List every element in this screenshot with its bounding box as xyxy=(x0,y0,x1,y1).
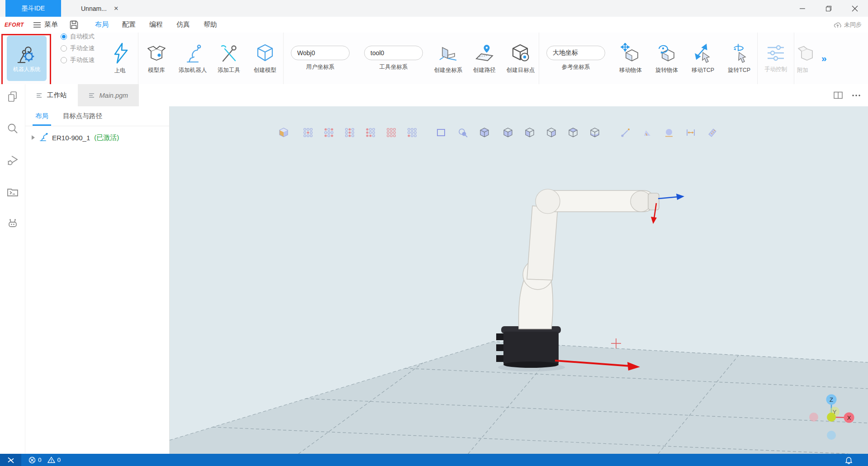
tab-workstation[interactable]: 工作站 xyxy=(25,84,78,106)
sync-status[interactable]: 未同步 xyxy=(834,21,862,29)
model-cube-icon[interactable] xyxy=(278,127,289,138)
radio-dot xyxy=(61,45,67,52)
search-button[interactable] xyxy=(5,120,21,137)
create-target-button[interactable]: 创建目标点 xyxy=(503,33,539,84)
robot-panel-button[interactable] xyxy=(5,215,21,232)
menu-tab-layout[interactable]: 布局 xyxy=(88,20,115,29)
reference-coordsys-input[interactable] xyxy=(546,46,605,60)
radio-manual-low-speed[interactable]: 手动低速 xyxy=(61,56,95,64)
menu-tab-config[interactable]: 配置 xyxy=(115,20,142,29)
menu-tab-simulation[interactable]: 仿真 xyxy=(170,20,197,29)
run-debug-icon xyxy=(6,154,19,166)
radio-dot xyxy=(61,57,67,63)
list-icon xyxy=(36,93,43,98)
problems-summary[interactable]: 0 0 xyxy=(28,456,64,464)
run-debug-button[interactable] xyxy=(5,152,21,168)
application-window: 墨斗IDE Unnam... × EFORT 菜单 布局 配置 编 xyxy=(0,0,868,466)
manual-control-button[interactable]: 手动控制 xyxy=(758,33,794,84)
model-library-icon xyxy=(147,43,166,64)
solid-cube-select-icon[interactable] xyxy=(479,127,490,138)
tab-close-icon[interactable]: × xyxy=(114,5,119,12)
view-face-right-icon[interactable] xyxy=(546,127,557,138)
menu-tab-programming[interactable]: 编程 xyxy=(142,20,170,29)
rotate-tcp-button[interactable]: 旋转TCP xyxy=(721,33,757,84)
snap-mode-6-icon[interactable] xyxy=(407,127,417,138)
gizmo-x-negative[interactable] xyxy=(809,413,818,422)
status-bar: 0 0 xyxy=(0,454,868,466)
create-path-icon xyxy=(474,43,494,64)
attach-button[interactable]: 附加 xyxy=(794,33,818,84)
create-path-button[interactable]: 创建路径 xyxy=(466,33,503,84)
rotate-object-button[interactable]: 旋转物体 xyxy=(649,33,685,84)
app-tab[interactable]: 墨斗IDE xyxy=(5,0,61,17)
minimize-icon xyxy=(799,5,806,12)
split-view-button[interactable] xyxy=(834,91,843,99)
files-icon xyxy=(6,90,19,103)
scene-canvas[interactable]: Y Z X xyxy=(170,106,868,454)
ribbon-expand-chevron[interactable]: » xyxy=(821,53,827,64)
view-face-top-icon[interactable] xyxy=(568,127,579,138)
viewport-3d[interactable]: Y Z X xyxy=(170,106,868,454)
view-face-left-icon[interactable] xyxy=(524,127,535,138)
gizmo-x-label[interactable]: X xyxy=(847,414,851,421)
cloud-sync-icon xyxy=(834,22,842,28)
model-library-button[interactable]: 模型库 xyxy=(138,33,175,84)
warning-count: 0 xyxy=(57,456,61,463)
move-tcp-button[interactable]: 移动TCP xyxy=(685,33,721,84)
robot-system-button[interactable]: 机器人系统 xyxy=(7,36,47,81)
main-menu-button[interactable]: 菜单 xyxy=(33,20,58,29)
notifications-button[interactable] xyxy=(845,456,853,464)
close-button[interactable] xyxy=(842,0,868,17)
measure-distance-icon[interactable] xyxy=(685,127,696,138)
document-tab[interactable]: Unnam... × xyxy=(73,0,127,17)
save-button[interactable] xyxy=(70,20,78,29)
radio-auto-mode[interactable]: 自动模式 xyxy=(61,33,95,41)
gizmo-z-negative[interactable] xyxy=(827,431,836,440)
efort-logo: EFORT xyxy=(5,22,24,28)
minimize-button[interactable] xyxy=(789,0,816,17)
rotate-tcp-icon xyxy=(729,43,749,64)
more-options-button[interactable] xyxy=(852,94,861,97)
snap-mode-5-icon[interactable] xyxy=(386,127,397,138)
tool-coordsys-field: 工具坐标系 xyxy=(357,46,430,71)
create-model-button[interactable]: 创建模型 xyxy=(247,33,283,84)
measure-sphere-icon[interactable] xyxy=(664,127,674,138)
remote-connection-button[interactable] xyxy=(0,454,21,466)
terminal-button[interactable] xyxy=(5,184,21,200)
measure-line-icon[interactable] xyxy=(620,127,631,138)
zoom-select-icon[interactable] xyxy=(457,127,468,138)
expand-arrow-icon[interactable] xyxy=(32,135,35,140)
gizmo-origin[interactable] xyxy=(827,413,836,422)
files-button[interactable] xyxy=(5,89,21,105)
robot-model[interactable] xyxy=(496,189,659,371)
radio-manual-full-speed[interactable]: 手动全速 xyxy=(61,44,95,52)
add-tool-button[interactable]: 添加工具 xyxy=(211,33,247,84)
view-face-bottom-icon[interactable] xyxy=(589,127,600,138)
view-face-front-icon[interactable] xyxy=(503,127,513,138)
measure-angle-icon[interactable] xyxy=(642,127,653,138)
save-icon xyxy=(70,20,78,29)
tree-item-robot[interactable]: ER10-900_1(已激活) xyxy=(25,126,169,142)
menu-tab-help[interactable]: 帮助 xyxy=(197,20,224,29)
measure-ruler-icon[interactable] xyxy=(707,127,718,138)
robot-arm-icon xyxy=(39,133,48,142)
user-coordsys-input[interactable] xyxy=(291,46,350,60)
snap-mode-4-icon[interactable] xyxy=(365,127,376,138)
gizmo-z-label[interactable]: Z xyxy=(830,396,833,403)
snap-mode-1-icon[interactable] xyxy=(303,127,313,138)
snap-mode-3-icon[interactable] xyxy=(344,127,355,138)
power-on-button[interactable]: 上电 xyxy=(102,33,138,84)
restore-button[interactable] xyxy=(816,0,842,17)
add-robot-button[interactable]: 添加机器人 xyxy=(175,33,211,84)
tab-main-pgm[interactable]: Main.pgm xyxy=(78,84,139,106)
box-select-icon[interactable] xyxy=(436,127,446,138)
viewport-toolbar xyxy=(278,127,718,138)
move-object-button[interactable]: 移动物体 xyxy=(612,33,649,84)
tool-coordsys-input[interactable] xyxy=(364,46,423,60)
title-bar: 墨斗IDE Unnam... × xyxy=(0,0,868,17)
subtab-layout[interactable]: 布局 xyxy=(28,106,56,126)
create-coordsys-button[interactable]: 创建坐标系 xyxy=(430,33,466,84)
snap-mode-2-icon[interactable] xyxy=(323,127,334,138)
subtab-targets-paths[interactable]: 目标点与路径 xyxy=(56,106,109,126)
robot-head-icon xyxy=(6,217,19,230)
